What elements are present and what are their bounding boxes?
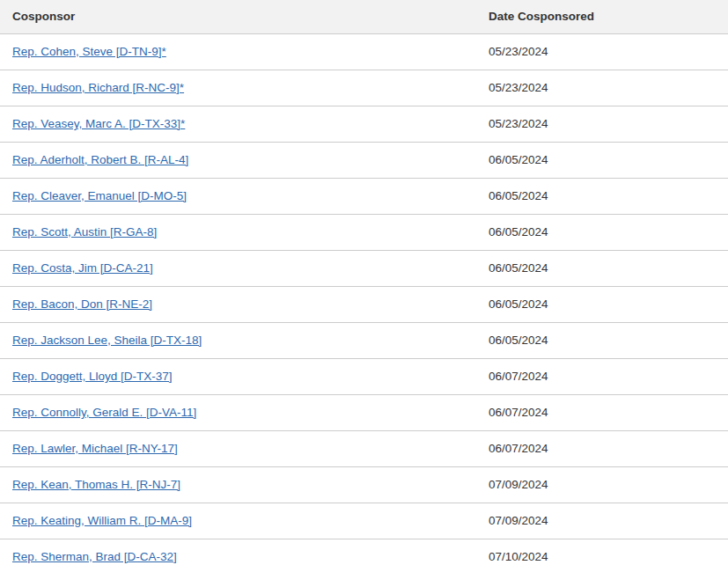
cosponsor-cell: Rep. Keating, William R. [D-MA-9] (0, 503, 476, 539)
date-cosponsored-cell: 06/05/2024 (476, 143, 728, 179)
date-cosponsored-cell: 05/23/2024 (476, 34, 728, 70)
cosponsor-link[interactable]: Rep. Costa, Jim [D-CA-21] (12, 261, 153, 275)
cosponsor-cell: Rep. Doggett, Lloyd [D-TX-37] (0, 359, 476, 395)
cosponsor-cell: Rep. Kean, Thomas H. [R-NJ-7] (0, 467, 476, 503)
date-cosponsored-cell: 06/05/2024 (476, 287, 728, 323)
date-cosponsored-cell: 06/07/2024 (476, 431, 728, 467)
cosponsor-link[interactable]: Rep. Connolly, Gerald E. [D-VA-11] (12, 406, 196, 419)
date-cosponsored-cell: 07/09/2024 (476, 467, 728, 503)
cosponsor-cell: Rep. Costa, Jim [D-CA-21] (0, 251, 476, 287)
date-cosponsored-cell: 07/10/2024 (476, 539, 728, 576)
cosponsor-cell: Rep. Scott, Austin [R-GA-8] (0, 215, 476, 251)
cosponsor-cell: Rep. Connolly, Gerald E. [D-VA-11] (0, 395, 476, 431)
cosponsors-table-header: Cosponsor Date Cosponsored (0, 0, 728, 34)
cosponsor-link[interactable]: Rep. Hudson, Richard [R-NC-9]* (12, 81, 184, 94)
date-cosponsored-cell: 06/05/2024 (476, 323, 728, 359)
date-cosponsored-cell: 05/23/2024 (476, 70, 728, 106)
date-cosponsored-cell: 05/23/2024 (476, 106, 728, 143)
cosponsor-row: Rep. Cleaver, Emanuel [D-MO-5] 06/05/202… (0, 179, 728, 215)
cosponsor-row: Rep. Sherman, Brad [D-CA-32] 07/10/2024 (0, 539, 728, 576)
cosponsor-link[interactable]: Rep. Sherman, Brad [D-CA-32] (12, 550, 177, 563)
header-row: Cosponsor Date Cosponsored (0, 0, 728, 34)
cosponsor-cell: Rep. Aderholt, Robert B. [R-AL-4] (0, 143, 476, 179)
date-cosponsored-cell: 06/05/2024 (476, 251, 728, 287)
cosponsor-link[interactable]: Rep. Veasey, Marc A. [D-TX-33]* (12, 117, 185, 130)
cosponsor-link[interactable]: Rep. Cohen, Steve [D-TN-9]* (12, 45, 166, 58)
cosponsor-row: Rep. Connolly, Gerald E. [D-VA-11] 06/07… (0, 395, 728, 431)
cosponsor-link[interactable]: Rep. Cleaver, Emanuel [D-MO-5] (12, 189, 187, 202)
cosponsor-row: Rep. Kean, Thomas H. [R-NJ-7] 07/09/2024 (0, 467, 728, 503)
cosponsor-row: Rep. Bacon, Don [R-NE-2] 06/05/2024 (0, 287, 728, 323)
cosponsor-link[interactable]: Rep. Kean, Thomas H. [R-NJ-7] (12, 478, 180, 491)
cosponsor-link[interactable]: Rep. Bacon, Don [R-NE-2] (12, 297, 152, 311)
date-cosponsored-cell: 06/05/2024 (476, 179, 728, 215)
date-cosponsored-cell: 06/07/2024 (476, 395, 728, 431)
cosponsor-link[interactable]: Rep. Doggett, Lloyd [D-TX-37] (12, 370, 173, 383)
cosponsor-link[interactable]: Rep. Lawler, Michael [R-NY-17] (12, 442, 178, 455)
cosponsor-cell: Rep. Hudson, Richard [R-NC-9]* (0, 70, 476, 106)
cosponsors-table: Cosponsor Date Cosponsored Rep. Cohen, S… (0, 0, 728, 575)
cosponsor-link[interactable]: Rep. Keating, William R. [D-MA-9] (12, 514, 192, 527)
cosponsor-link[interactable]: Rep. Aderholt, Robert B. [R-AL-4] (12, 153, 188, 166)
cosponsor-row: Rep. Costa, Jim [D-CA-21] 06/05/2024 (0, 251, 728, 287)
cosponsors-table-body: Rep. Cohen, Steve [D-TN-9]* 05/23/2024 R… (0, 34, 728, 576)
cosponsor-row: Rep. Aderholt, Robert B. [R-AL-4] 06/05/… (0, 143, 728, 179)
cosponsor-row: Rep. Lawler, Michael [R-NY-17] 06/07/202… (0, 431, 728, 467)
date-cosponsored-column-header: Date Cosponsored (476, 0, 728, 34)
date-cosponsored-cell: 06/07/2024 (476, 359, 728, 395)
cosponsor-cell: Rep. Cleaver, Emanuel [D-MO-5] (0, 179, 476, 215)
cosponsor-cell: Rep. Lawler, Michael [R-NY-17] (0, 431, 476, 467)
cosponsor-cell: Rep. Sherman, Brad [D-CA-32] (0, 539, 476, 576)
cosponsor-row: Rep. Jackson Lee, Sheila [D-TX-18] 06/05… (0, 323, 728, 359)
date-cosponsored-cell: 07/09/2024 (476, 503, 728, 539)
cosponsors-page: Cosponsor Date Cosponsored Rep. Cohen, S… (0, 0, 728, 587)
cosponsor-column-header: Cosponsor (0, 0, 476, 34)
cosponsor-row: Rep. Doggett, Lloyd [D-TX-37] 06/07/2024 (0, 359, 728, 395)
cosponsor-row: Rep. Keating, William R. [D-MA-9] 07/09/… (0, 503, 728, 539)
cosponsor-cell: Rep. Jackson Lee, Sheila [D-TX-18] (0, 323, 476, 359)
cosponsor-cell: Rep. Cohen, Steve [D-TN-9]* (0, 34, 476, 70)
cosponsor-link[interactable]: Rep. Scott, Austin [R-GA-8] (12, 225, 157, 238)
cosponsor-row: Rep. Hudson, Richard [R-NC-9]* 05/23/202… (0, 70, 728, 106)
date-cosponsored-cell: 06/05/2024 (476, 215, 728, 251)
cosponsor-link[interactable]: Rep. Jackson Lee, Sheila [D-TX-18] (12, 334, 202, 347)
cosponsor-row: Rep. Scott, Austin [R-GA-8] 06/05/2024 (0, 215, 728, 251)
cosponsor-row: Rep. Veasey, Marc A. [D-TX-33]* 05/23/20… (0, 106, 728, 143)
cosponsor-cell: Rep. Veasey, Marc A. [D-TX-33]* (0, 106, 476, 143)
cosponsor-cell: Rep. Bacon, Don [R-NE-2] (0, 287, 476, 323)
cosponsor-row: Rep. Cohen, Steve [D-TN-9]* 05/23/2024 (0, 34, 728, 70)
